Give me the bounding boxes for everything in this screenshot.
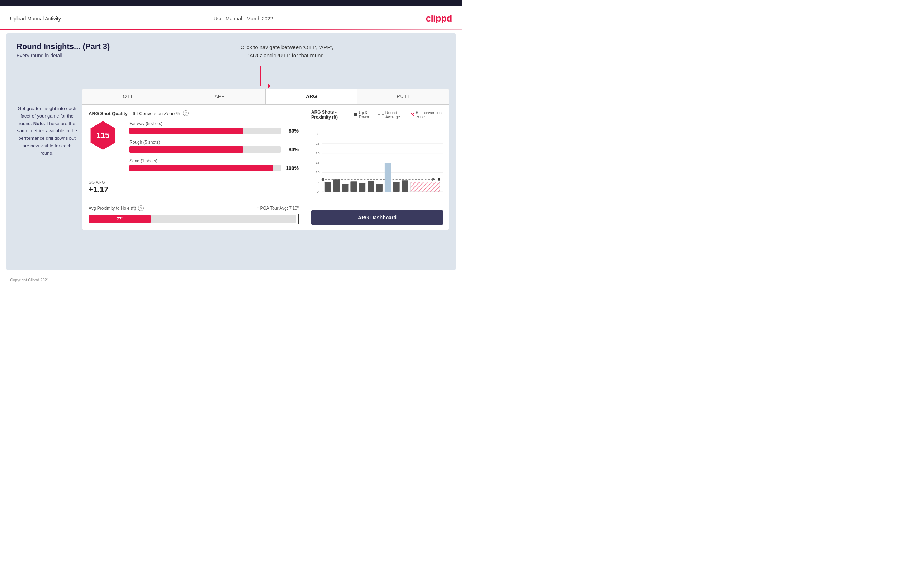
svg-rect-27 <box>376 184 383 192</box>
card-body: ARG Shot Quality 6ft Conversion Zone % ?… <box>82 105 449 230</box>
legend-conversion: 6 ft conversion zone <box>410 110 443 119</box>
svg-rect-25 <box>359 183 365 192</box>
chart-title: ARG Shots - Proximity (ft) <box>311 110 354 120</box>
chart-area: 30 25 20 15 10 5 0 <box>311 122 443 207</box>
sand-bar-row: Sand (1 shots) 100% <box>129 158 299 171</box>
page-title-text: Round Insights... (Part 3) <box>16 42 446 51</box>
proximity-bar-fill: 77' <box>89 215 150 223</box>
legend-round-avg: Round Average <box>378 110 406 119</box>
rough-bar-fill <box>129 146 243 153</box>
tab-ott[interactable]: OTT <box>82 89 174 104</box>
chart-header: ARG Shots - Proximity (ft) Up & Down Rou… <box>311 110 443 120</box>
sand-label: Sand (1 shots) <box>129 158 299 163</box>
logo: clippd <box>426 13 452 24</box>
side-description: Get greater insight into each facet of y… <box>16 105 78 157</box>
svg-rect-22 <box>333 179 340 192</box>
page-title: Round Insights... (Part 3) Every round i… <box>16 42 446 58</box>
footer: Copyright Clippd 2021 <box>0 274 462 286</box>
legend-hatch-icon <box>410 113 415 116</box>
right-panel: ARG Shots - Proximity (ft) Up & Down Rou… <box>305 105 449 230</box>
copyright-text: Copyright Clippd 2021 <box>10 278 49 282</box>
header-divider <box>0 29 462 30</box>
arg-dashboard-button[interactable]: ARG Dashboard <box>311 210 443 225</box>
sg-label: SG ARG <box>89 180 299 185</box>
rough-label: Rough (5 shots) <box>129 140 299 145</box>
svg-text:10: 10 <box>315 170 320 174</box>
proximity-cursor <box>298 214 299 224</box>
svg-text:25: 25 <box>315 142 320 145</box>
svg-rect-28 <box>385 163 391 192</box>
tab-app[interactable]: APP <box>174 89 266 104</box>
svg-text:0: 0 <box>317 190 319 193</box>
rough-bar-row: Rough (5 shots) 80% <box>129 140 299 153</box>
upload-label: Upload Manual Activity <box>10 16 61 21</box>
header: Upload Manual Activity User Manual - Mar… <box>0 6 462 29</box>
fairway-bar-bg <box>129 127 281 134</box>
sand-value: 100% <box>284 165 299 171</box>
proximity-section: Avg Proximity to Hole (ft) ? ↑ PGA Tour … <box>89 200 299 224</box>
svg-text:30: 30 <box>315 132 320 136</box>
page-subtitle-text: Every round in detail <box>16 53 446 58</box>
fairway-bar-row: Fairway (5 shots) 80% <box>129 121 299 134</box>
top-bar <box>0 0 462 6</box>
sand-bar-fill <box>129 165 273 171</box>
legend-updown-icon <box>354 113 357 116</box>
svg-text:5: 5 <box>317 180 319 184</box>
sg-value: +1.17 <box>89 185 299 194</box>
svg-marker-19 <box>433 178 435 181</box>
svg-rect-29 <box>393 182 400 192</box>
chart-svg: 30 25 20 15 10 5 0 <box>311 122 443 207</box>
pga-avg: ↑ PGA Tour Avg: 7'10" <box>257 206 299 211</box>
svg-point-18 <box>321 178 325 181</box>
svg-rect-21 <box>325 182 331 192</box>
legend-dash-icon <box>378 114 384 115</box>
svg-rect-32 <box>410 182 439 192</box>
main-card: OTT APP ARG PUTT ARG Shot Quality 6ft Co… <box>82 89 449 230</box>
legend: Up & Down Round Average 6 ft conversion … <box>354 110 443 119</box>
sg-section: SG ARG +1.17 <box>89 180 299 194</box>
tab-putt[interactable]: PUTT <box>357 89 449 104</box>
rough-value: 80% <box>284 147 299 152</box>
user-manual-label: User Manual - March 2022 <box>214 16 273 21</box>
panel-header: ARG Shot Quality 6ft Conversion Zone % ? <box>89 110 299 116</box>
arg-shot-quality-label: ARG Shot Quality <box>89 111 128 116</box>
svg-rect-24 <box>350 181 357 192</box>
svg-text:20: 20 <box>315 151 320 155</box>
hex-badge: 115 <box>89 121 117 150</box>
tab-bar: OTT APP ARG PUTT <box>82 89 449 105</box>
svg-rect-30 <box>402 180 409 192</box>
sand-bar-bg <box>129 165 281 171</box>
svg-rect-23 <box>342 184 349 192</box>
tab-arg[interactable]: ARG <box>266 89 357 104</box>
left-panel: ARG Shot Quality 6ft Conversion Zone % ?… <box>82 105 305 230</box>
rough-bar-bg <box>129 146 281 153</box>
conversion-zone-label: 6ft Conversion Zone % <box>132 111 180 116</box>
svg-text:8: 8 <box>438 177 440 181</box>
navigate-hint: Click to navigate between 'OTT', 'APP', … <box>240 44 333 60</box>
svg-text:15: 15 <box>315 161 320 165</box>
svg-marker-2 <box>268 84 270 89</box>
fairway-bar-fill <box>129 127 243 134</box>
proximity-help-icon[interactable]: ? <box>138 205 144 211</box>
main-content: Round Insights... (Part 3) Every round i… <box>6 33 456 270</box>
legend-updown: Up & Down <box>354 110 374 119</box>
fairway-value: 80% <box>284 128 299 134</box>
proximity-bar-bg: 77' <box>89 215 296 223</box>
fairway-label: Fairway (5 shots) <box>129 121 299 126</box>
help-icon[interactable]: ? <box>183 110 189 116</box>
proximity-label: Avg Proximity to Hole (ft) <box>89 206 136 211</box>
svg-rect-26 <box>368 181 374 192</box>
